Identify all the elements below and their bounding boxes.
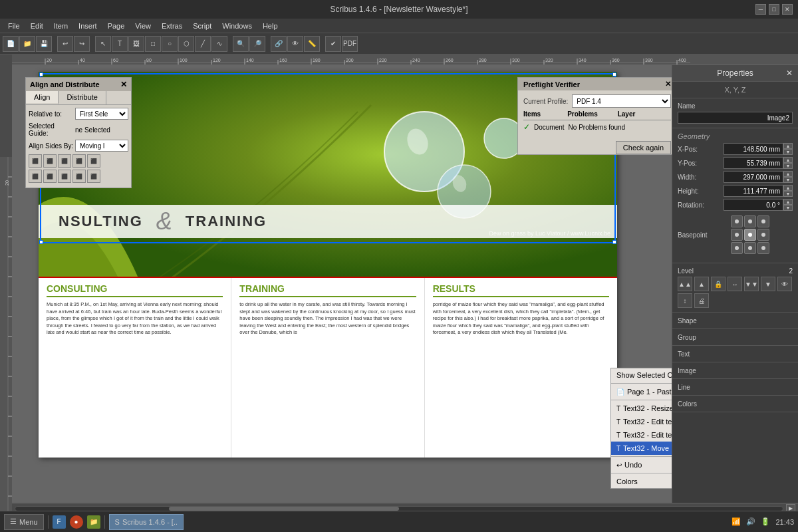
level-lock-btn[interactable]: 🔒 [711,277,726,291]
menu-edit[interactable]: Edit [25,21,49,31]
line-label[interactable]: Line [678,384,690,391]
minimize-button[interactable]: ─ [755,4,766,15]
level-up-btn[interactable]: ▲ [694,277,709,291]
menu-script[interactable]: Script [188,21,217,31]
bp-tr[interactable] [757,215,769,227]
align-panel-close[interactable]: ✕ [120,80,127,89]
taskbar-icon1[interactable]: F [53,515,66,529]
redo-btn[interactable]: ↪ [74,36,90,52]
bp-tm[interactable] [744,215,756,227]
poly-btn[interactable]: ⬡ [178,36,194,52]
ctx-text32-resize[interactable]: T Text32 - Resize [611,402,672,415]
xpos-input[interactable] [724,143,783,155]
taskbar-icon2[interactable]: ● [70,515,83,529]
bp-mr[interactable] [757,229,769,241]
scrollbar-thumb[interactable] [169,507,399,511]
menu-extras[interactable]: Extras [156,21,188,31]
height-up[interactable]: ▲ [783,185,793,191]
group-label[interactable]: Group [678,334,696,341]
bp-bm[interactable] [744,242,756,254]
width-up[interactable]: ▲ [783,171,793,177]
ypos-input[interactable] [724,157,783,169]
undo-btn[interactable]: ↩ [57,36,73,52]
xyz-label[interactable]: X, Y, Z [724,86,745,94]
eye-btn[interactable]: 👁 [287,36,303,52]
save-btn[interactable]: 💾 [36,36,52,52]
bp-bl[interactable] [731,242,743,254]
bp-br[interactable] [757,242,769,254]
align-center-h-btn[interactable]: ⬛ [43,154,57,168]
bp-ml[interactable] [731,229,743,241]
pdf-btn[interactable]: PDF [342,36,358,52]
bezier-btn[interactable]: ∿ [211,36,227,52]
preflight-close[interactable]: ✕ [665,80,671,88]
measure-btn[interactable]: 📏 [304,36,320,52]
ypos-up[interactable]: ▲ [783,157,793,163]
tab-align[interactable]: Align [26,91,59,104]
width-down[interactable]: ▼ [783,177,793,183]
properties-close[interactable]: ✕ [786,68,793,78]
xpos-up[interactable]: ▲ [783,143,793,149]
level-vis-btn[interactable]: 👁 [777,277,792,291]
ctx-colors[interactable]: Colors [611,475,672,488]
rotation-input[interactable] [724,199,783,211]
taskbar-icon3[interactable]: 📁 [87,515,100,529]
close-button[interactable]: ✕ [782,4,793,15]
ctx-undo[interactable]: ↩ Undo [611,458,672,471]
canvas-area[interactable]: NSULTING & TRAINING Dew on grass by Luc … [12,65,672,503]
ctx-page1-paste[interactable]: 📄 Page 1 - Paste [611,385,672,398]
align-left-btn[interactable]: ⬛ [29,154,42,168]
level-down-btn[interactable]: ▼ [761,277,775,291]
ctx-text32-edit2[interactable]: T Text32 - Edit tex [611,428,672,442]
line-btn[interactable]: ╱ [195,36,211,52]
align-right-btn[interactable]: ⬛ [58,154,71,168]
restore-button[interactable]: □ [769,4,779,15]
align-center-v-btn[interactable]: ⬛ [87,154,100,168]
level-flip-h-btn[interactable]: ↔ [728,277,742,291]
dist-v2-btn[interactable]: ⬛ [87,170,100,183]
shape-label[interactable]: Shape [678,317,697,325]
height-down[interactable]: ▼ [783,191,793,197]
taskbar-scribus[interactable]: S Scribus 1.4.6 - [.. [109,514,184,530]
menu-page[interactable]: Page [102,21,130,31]
ctx-show-selected[interactable]: Show Selected O [611,368,672,382]
rotation-up[interactable]: ▲ [783,199,793,205]
name-input[interactable] [678,112,793,124]
menu-view[interactable]: View [130,21,156,31]
select-btn[interactable]: ↖ [95,36,111,52]
level-print-btn[interactable]: 🖨 [694,293,709,308]
xpos-down[interactable]: ▼ [783,149,793,155]
zoom-in-btn[interactable]: 🔍 [233,36,249,52]
menu-file[interactable]: File [3,21,25,31]
menu-help[interactable]: Help [257,21,283,31]
menu-insert[interactable]: Insert [73,21,102,31]
image-label[interactable]: Image [678,367,696,374]
level-top-btn[interactable]: ▲▲ [678,277,692,291]
tab-distribute[interactable]: Distribute [59,91,106,104]
align-top-btn[interactable]: ⬛ [72,154,86,168]
level-bottom-btn[interactable]: ▼▼ [744,277,759,291]
ctx-text32-edit1[interactable]: T Text32 - Edit tex [611,415,672,428]
text-label[interactable]: Text [678,350,690,358]
menu-item[interactable]: Item [49,21,73,31]
bp-tl[interactable] [731,215,743,227]
menu-button[interactable]: ☰ Menu [4,514,44,530]
rotation-down[interactable]: ▼ [783,205,793,211]
align-sides-select[interactable]: Moving l [75,140,128,152]
level-flip-v-btn[interactable]: ↕ [678,293,692,308]
bp-mm[interactable] [744,229,756,241]
align-bottom-btn[interactable]: ⬛ [29,170,42,183]
open-btn[interactable]: 📁 [19,36,35,52]
ypos-down[interactable]: ▼ [783,163,793,169]
dist-h2-btn[interactable]: ⬛ [72,170,86,183]
zoom-out-btn[interactable]: 🔎 [249,36,265,52]
preflight-btn[interactable]: ✔ [325,36,341,52]
ellipse-btn[interactable]: ○ [162,36,178,52]
link-btn[interactable]: 🔗 [271,36,287,52]
relative-to-select[interactable]: First Sele [75,108,128,120]
check-again-button[interactable]: Check again [616,141,671,154]
image-btn[interactable]: 🖼 [128,36,144,52]
rect-btn[interactable]: □ [145,36,161,52]
menu-windows[interactable]: Windows [217,21,257,31]
profile-select[interactable]: PDF 1.4 [572,94,671,108]
